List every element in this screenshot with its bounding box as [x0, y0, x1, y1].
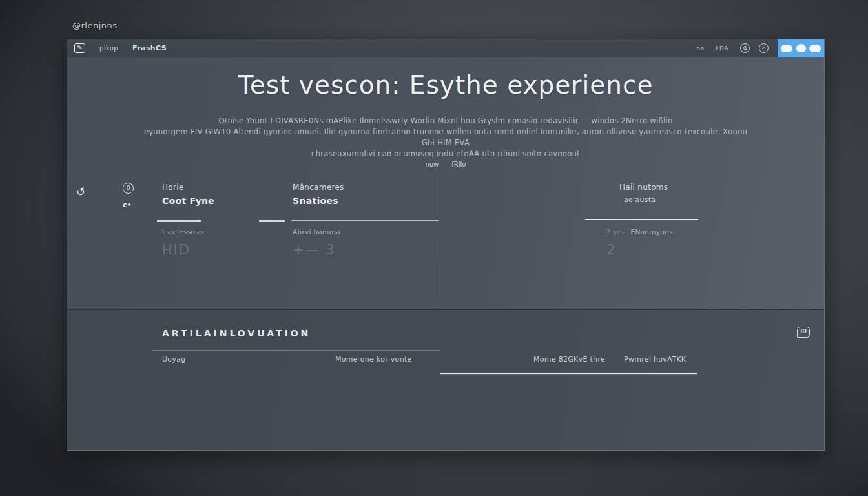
field-label: Abrvi hamma: [293, 228, 340, 236]
field-label-prefix: 2 yrs: [606, 228, 625, 236]
compose-app-icon[interactable]: ✎: [74, 43, 85, 53]
scribble-undo-icon[interactable]: ↺: [75, 184, 87, 199]
window-close-button[interactable]: [809, 45, 821, 52]
form-column-maintenance: Mâncameres Snatioes Abrvi hamma +— 3: [293, 183, 441, 206]
form-column-home: Horie Coot Fyne Lsrelessoso HID: [162, 183, 291, 206]
bottom-section: ARTILAINLOVUATION ID Uoyag Mome one kor …: [67, 310, 824, 450]
column-title: Coot Fyne: [162, 196, 291, 206]
window-controls: [778, 39, 824, 57]
page-title: Test vescon: Esythe experience: [67, 70, 824, 99]
field-ghost-value[interactable]: +— 3: [293, 242, 336, 258]
field-label: 2 yrsENonmyues: [606, 228, 673, 236]
tab-now[interactable]: now: [426, 161, 439, 168]
intro-paragraph: Otnise Yount.I DIVASRE0Ns mAPlike Ilomnl…: [141, 116, 750, 160]
column-title: ao'austa: [624, 196, 765, 204]
column-eyebrow: Horie: [162, 183, 291, 192]
titlebar-menu-item[interactable]: pikop: [99, 45, 118, 52]
column-title: Snatioes: [293, 196, 441, 206]
shield-check-icon[interactable]: ✓: [759, 43, 769, 53]
workspace-label: @rlenjnns: [72, 21, 118, 30]
titlebar-right-cluster: na LDA ⊚ ✓: [696, 39, 824, 57]
field-ghost-value[interactable]: 2: [606, 242, 616, 258]
form-column-network: Hail nutoms ao'austa 2 yrsENonmyues 2: [584, 183, 765, 204]
intro-line: eyanorgem FIV GIW10 Altendi gyorinc amue…: [141, 127, 750, 149]
intro-line: Otnise Yount.I DIVASRE0Ns mAPlike Ilomnl…: [141, 116, 750, 127]
window-minimize-button[interactable]: [781, 45, 792, 52]
field-underline-dash: [259, 220, 285, 222]
titlebar-status-label: LDA: [716, 45, 728, 52]
field-underline[interactable]: [291, 220, 439, 221]
titlebar: ✎ pikop FrashCS na LDA ⊚ ✓: [67, 39, 824, 57]
field-underline[interactable]: [157, 220, 201, 222]
column-eyebrow: Hail nutoms: [619, 183, 765, 192]
column-eyebrow: Mâncameres: [293, 183, 441, 192]
mode-tabs: nowfRllo: [67, 161, 824, 168]
table-header[interactable]: Uoyag: [162, 355, 186, 364]
field-underline[interactable]: [585, 219, 698, 220]
table-header[interactable]: Pwmrel hovATKK: [624, 355, 686, 364]
field-ghost-value[interactable]: HID: [162, 242, 191, 258]
tab-frllo[interactable]: fRllo: [451, 161, 466, 168]
table-header-rule-highlight: [440, 373, 698, 374]
intro-line: chraseaxumnlivi cao ocumusoq indu etoAA …: [141, 149, 750, 160]
section-title: ARTILAINLOVUATION: [162, 328, 311, 338]
table-header[interactable]: Mome one kor vonte: [335, 355, 412, 364]
field-label: Lsrelessoso: [162, 228, 203, 236]
titlebar-app-name[interactable]: FrashCS: [132, 44, 167, 52]
titlebar-status-label: na: [696, 45, 704, 52]
app-window: ✎ pikop FrashCS na LDA ⊚ ✓ Test vescon: …: [67, 39, 825, 451]
id-card-icon[interactable]: ID: [797, 327, 810, 338]
field-label-main: ENonmyues: [631, 228, 673, 236]
table-header-rule-left: [152, 350, 440, 351]
globe-icon[interactable]: ⊚: [740, 43, 750, 53]
refresh-dot-icon[interactable]: c•: [123, 201, 132, 209]
window-maximize-button[interactable]: [796, 44, 806, 52]
table-header[interactable]: Mome 82GKvE thre: [533, 355, 605, 364]
dial-zero-icon[interactable]: 0: [123, 183, 134, 194]
